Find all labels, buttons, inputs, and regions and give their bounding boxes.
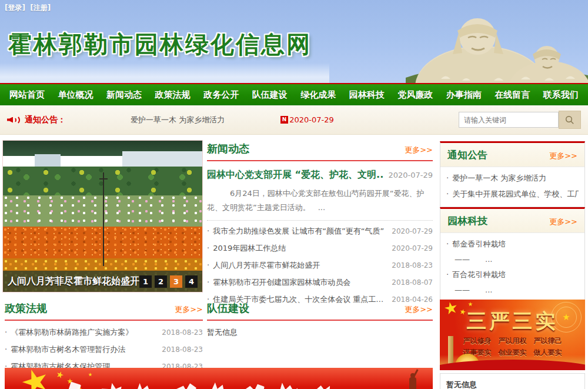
news-more-link[interactable]: 更多>>: [405, 145, 433, 155]
policy-row: 霍林郭勒市古树名木管理暂行办法 2018-08-23: [5, 341, 203, 358]
bottom-info-box: 暂无信息: [440, 373, 585, 389]
notice-bar-item[interactable]: 爱护一草一木 为家乡增活力: [131, 115, 225, 125]
tech-item[interactable]: 郁金香引种栽培: [446, 236, 579, 252]
policy-more-link[interactable]: 更多>>: [175, 304, 203, 315]
tech-box-title: 园林科技: [447, 214, 487, 228]
calligraphy-decoration: [279, 383, 298, 389]
divider: [207, 220, 433, 221]
carousel-caption[interactable]: 人间八月芳菲尽霍市鲜花始盛开: [8, 275, 139, 288]
news-row-title[interactable]: 霍林郭勒市召开创建国家园林城市动员会: [207, 277, 386, 288]
tech-item-sub: —— ...: [446, 252, 579, 267]
policy-section: 政策法规 更多>> 《霍林郭勒市林荫路推广实施方案》 2018-08-23 霍林…: [5, 301, 203, 375]
register-link[interactable]: [注册]: [30, 4, 51, 12]
team-more-link[interactable]: 更多>>: [405, 304, 433, 315]
featured-news-title[interactable]: 园林中心党支部开展 “爱花、护花、文明...: [207, 169, 383, 181]
calligraphy-decoration: [175, 383, 196, 389]
tech-more-link[interactable]: 更多>>: [549, 217, 577, 227]
news-row-date: 2018-08-07: [392, 278, 433, 287]
section-underline: [207, 320, 433, 321]
calligraphy-decoration: [315, 383, 332, 389]
nav-item-party[interactable]: 党风廉政: [397, 89, 433, 101]
bottom-red-banner[interactable]: [5, 368, 433, 389]
news-row-title[interactable]: 我市全力助推绿色发展 让城市有“颜值”更有“气质”: [207, 226, 386, 237]
main-nav: 网站首页 单位概况 新闻动态 政策法规 政务公开 队伍建设 绿化成果 园林科技 …: [0, 83, 588, 105]
policy-row-title[interactable]: 《霍林郭勒市林荫路推广实施方案》: [5, 327, 156, 338]
topbar: [登录] [注册]: [5, 3, 53, 13]
carousel-page[interactable]: 3: [170, 275, 182, 288]
featured-news-date: 2020-07-29: [388, 171, 433, 179]
calligraphy-decoration: [244, 382, 265, 389]
bottom-box-empty-text: 暂无信息: [446, 380, 579, 389]
policy-row: 《霍林郭勒市林荫路推广实施方案》 2018-08-23: [5, 324, 203, 341]
notices-box-title: 通知公告: [447, 148, 487, 162]
page: [登录] [注册] 霍林郭勒市园林绿化信息网: [0, 0, 588, 389]
nav-item-tech[interactable]: 园林科技: [349, 89, 385, 101]
header-cloud-decoration: [0, 63, 329, 83]
nav-item-contact[interactable]: 联系我们: [543, 89, 579, 101]
news-row-date: 2020-07-29: [392, 244, 433, 252]
promo-banner-title: 三严三实: [440, 308, 585, 335]
carousel-photo-pole: [103, 172, 104, 266]
notices-more-link[interactable]: 更多>>: [549, 151, 577, 161]
tech-item-sub: —— ...: [446, 282, 579, 297]
search-button[interactable]: [559, 111, 581, 129]
login-link[interactable]: [登录]: [5, 4, 25, 12]
notice-label: 通知公告：: [25, 115, 66, 125]
carousel-page[interactable]: 4: [185, 275, 198, 288]
calligraphy-decoration: [211, 382, 229, 389]
featured-news-summary: 6月24日，园林中心党支部在敖包山芍药园开展“爱花、护花、文明赏花”主题党日活动…: [207, 187, 433, 215]
carousel-page[interactable]: 1: [139, 275, 152, 288]
team-section: 队伍建设 更多>> 暂无信息: [207, 301, 433, 338]
nav-item-home[interactable]: 网站首页: [9, 89, 45, 101]
site-header: [登录] [注册] 霍林郭勒市园林绿化信息网: [0, 0, 588, 83]
calligraphy-decoration: [136, 383, 155, 389]
nav-item-policy[interactable]: 政策法规: [155, 89, 191, 101]
star-icon: [19, 368, 51, 389]
notice-item[interactable]: 爱护一草一木 为家乡增活力: [446, 170, 579, 186]
speaker-icon: [7, 115, 20, 125]
tech-item[interactable]: 百合花引种栽培: [446, 267, 579, 282]
nav-item-about[interactable]: 单位概况: [58, 89, 93, 101]
policy-row-title[interactable]: 霍林郭勒市古树名木管理暂行办法: [5, 344, 156, 355]
policy-list: 《霍林郭勒市林荫路推广实施方案》 2018-08-23 霍林郭勒市古树名木管理暂…: [5, 324, 203, 375]
news-row-date: 2020-07-29: [392, 227, 433, 235]
promo-banner[interactable]: 三严三实 严以修身 严以用权 严以律己 谋事要实 创业要实 做人要实: [440, 300, 585, 370]
search-icon: [565, 115, 574, 125]
notice-bar-date: 2020-07-29: [289, 115, 334, 124]
promo-banner-line1: 严以修身 严以用权 严以律己: [440, 336, 585, 346]
site-title: 霍林郭勒市园林绿化信息网: [8, 28, 312, 61]
policy-row-date: 2018-08-23: [162, 345, 203, 354]
nav-item-news[interactable]: 新闻动态: [106, 89, 142, 101]
nav-item-gov-affairs[interactable]: 政务公开: [203, 89, 239, 101]
nav-item-message[interactable]: 在线留言: [495, 89, 530, 101]
section-underline: [207, 160, 433, 161]
tech-box: 园林科技 更多>> 郁金香引种栽培 —— ... 百合花引种栽培 —— ...: [440, 207, 585, 302]
nav-item-guide[interactable]: 办事指南: [446, 89, 482, 101]
news-row-title[interactable]: 人间八月芳菲尽霍市鲜花始盛开: [207, 260, 386, 271]
photo-carousel[interactable]: 人间八月芳菲尽霍市鲜花始盛开 1 2 3 4: [2, 140, 203, 292]
team-section-title: 队伍建设: [207, 301, 249, 315]
policy-section-title: 政策法规: [5, 301, 47, 315]
notice-item[interactable]: 关于集中开展花园式单位、学校、工厂...: [446, 186, 579, 202]
news-row: 2019年园林工作总结 2020-07-29: [207, 240, 433, 257]
search-area: [459, 111, 581, 129]
carousel-page[interactable]: 2: [155, 275, 167, 288]
search-input[interactable]: [459, 112, 559, 128]
nav-item-greening[interactable]: 绿化成果: [300, 89, 336, 101]
news-row-title[interactable]: 2019年园林工作总结: [207, 243, 386, 254]
star-icon: [55, 370, 64, 379]
policy-row-date: 2018-08-23: [162, 328, 203, 337]
news-section-title: 新闻动态: [207, 142, 249, 156]
news-row: 我市全力助推绿色发展 让城市有“颜值”更有“气质” 2020-07-29: [207, 222, 433, 240]
notice-bar: 通知公告： 爱护一草一木 为家乡增活力 N 2020-07-29: [0, 105, 588, 135]
nav-item-team[interactable]: 队伍建设: [252, 89, 288, 101]
star-icon: [468, 302, 473, 307]
carousel-pager: 1 2 3 4: [139, 275, 198, 288]
carousel-caption-bar: 人间八月芳菲尽霍市鲜花始盛开 1 2 3 4: [3, 271, 202, 292]
calligraphy-decoration: [101, 382, 122, 389]
news-row: 霍林郭勒市召开创建国家园林城市动员会 2018-08-07: [207, 274, 433, 291]
new-badge: N: [280, 116, 288, 124]
statue-silhouette: [405, 370, 420, 389]
news-row-date: 2018-08-23: [392, 261, 433, 270]
star-icon: [88, 373, 92, 377]
